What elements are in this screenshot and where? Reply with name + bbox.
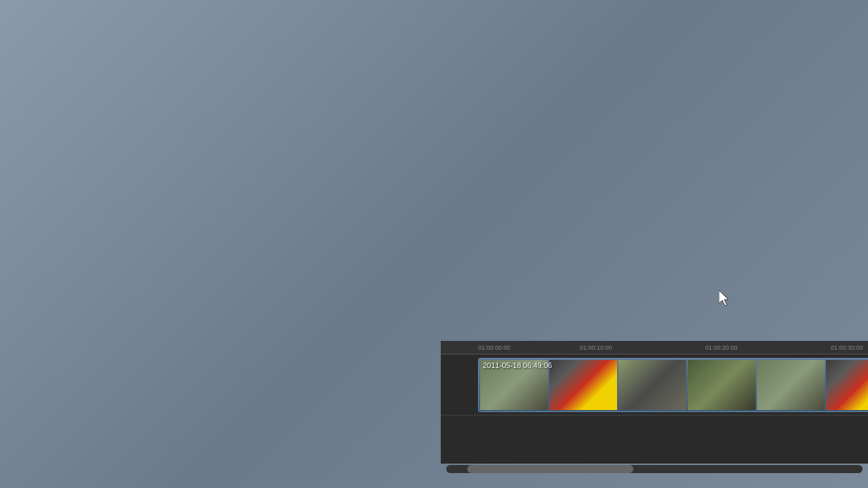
transitions-panel: ⊗ Transitions All All Blurs Dissolves Li…	[651, 30, 868, 298]
clip-main-label: 2011-05-18 06:49:06	[483, 361, 552, 369]
frame-5	[757, 360, 825, 410]
frame-3	[618, 360, 686, 410]
transitions-body: All Blurs Dissolves Lights Movements Obj…	[652, 49, 868, 279]
transition-shimmer[interactable]: Shimmer	[732, 164, 800, 215]
timeline-ruler: 01:00:00:00 01:00:10:00 01:00:20:00 01:0…	[441, 341, 868, 354]
track-row-1: 2011-05-18 06:49:06 2011-05-18 06:50:21	[441, 354, 868, 415]
timeline-scroll-thumb[interactable]	[467, 465, 634, 473]
timeline-scrollbar[interactable]	[446, 465, 863, 473]
ruler-mark-2: 01:00:20:00	[705, 344, 738, 351]
transitions-grid: Cross Dissolve Band Black Hole	[726, 49, 868, 279]
ruler-mark-0: 01:00:00:00	[478, 344, 511, 351]
frame-2	[549, 360, 617, 410]
ruler-mark-3: 01:00:30:00	[831, 344, 863, 351]
shimmer-thumb	[732, 164, 800, 205]
frame-6	[826, 360, 868, 410]
frame-4	[688, 360, 755, 410]
timeline-clip-main[interactable]: 2011-05-18 06:49:06	[478, 358, 868, 412]
timeline-tracks: 2011-05-18 06:49:06 2011-05-18 06:50:21	[441, 354, 868, 464]
main-layout: ⊞ Hide Rejected ▼ 🔍 📋 Libraries ▼ ⊞ Mode…	[0, 30, 868, 488]
ruler-mark-1: 01:00:10:00	[580, 344, 612, 351]
right-section: ★ 2011-05-18 06:49:06 27% ▼ ⤢	[441, 30, 868, 488]
viewer-transitions-row: ★ 2011-05-18 06:49:06 27% ▼ ⤢	[441, 30, 868, 298]
timeline-section: ◀ ▶ ⊞ Second Train Project ⊟ ⚙ ▶▶ 01:00:…	[441, 322, 868, 488]
